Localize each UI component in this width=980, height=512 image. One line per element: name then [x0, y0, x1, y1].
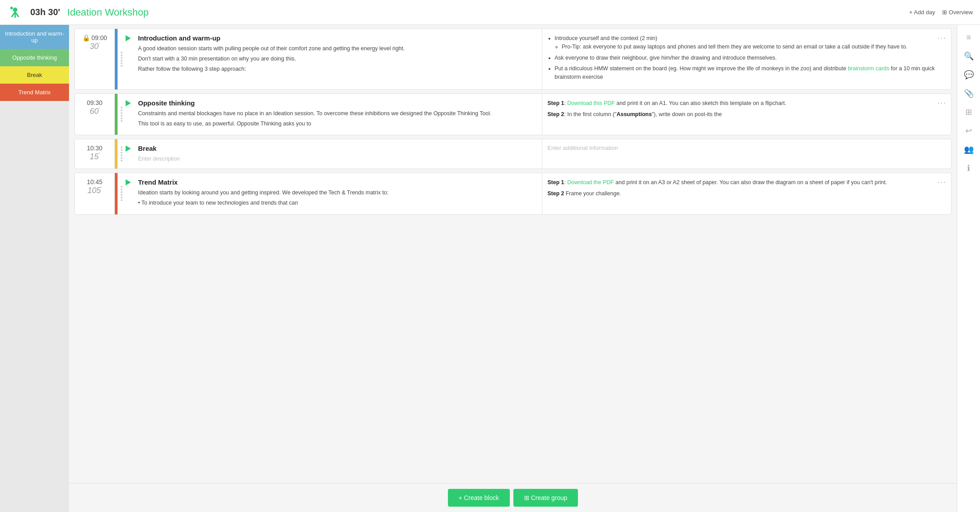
- create-block-button[interactable]: + Create block: [448, 489, 510, 507]
- svg-point-0: [13, 8, 17, 12]
- drag-handle-intro[interactable]: [118, 29, 126, 89]
- sidebar-item-break[interactable]: Break: [0, 66, 69, 84]
- session-block-trend: 10:45 105' Trend Matrix Ideation starts …: [74, 173, 952, 215]
- session-extra-break: Enter additional information: [542, 139, 952, 169]
- sidebar-item-intro[interactable]: Introduction and warm-up: [0, 25, 69, 49]
- session-extra-intro: Introduce yourself and the context (2 mi…: [542, 29, 952, 89]
- right-sidebar: ≡ 🔍 💬 📎 ⊞ ↩ 👥 ℹ: [957, 25, 980, 512]
- comment-icon[interactable]: 💬: [960, 66, 978, 84]
- session-block-break: 10:30 15' Break Enter description Enter …: [74, 139, 952, 169]
- session-time-trend: 10:45 105': [75, 173, 115, 214]
- play-button-intro[interactable]: [126, 29, 135, 89]
- play-button-trend[interactable]: [126, 173, 135, 214]
- session-title-opposite: Opposite thinking: [138, 99, 537, 107]
- create-group-button[interactable]: ⊞ Create group: [513, 489, 578, 507]
- bottom-toolbar: + Create block ⊞ Create group: [69, 483, 957, 512]
- play-button-break[interactable]: [126, 139, 135, 169]
- session-desc-trend: Ideation starts by looking around you an…: [138, 189, 537, 207]
- drag-handle-trend[interactable]: [118, 173, 126, 214]
- logo-icon: [7, 4, 23, 20]
- lock-icon: 🔒: [82, 34, 90, 41]
- svg-point-4: [10, 7, 13, 9]
- session-menu-trend[interactable]: ···: [937, 177, 947, 187]
- main-layout: Introduction and warm-up Opposite thinki…: [0, 25, 980, 512]
- timer-display: 03h 30': [30, 7, 60, 17]
- attachment-icon[interactable]: 📎: [960, 85, 978, 102]
- session-main-intro: Introduction and warm-up A good ideation…: [135, 29, 542, 89]
- session-menu-opposite[interactable]: ···: [937, 98, 947, 108]
- overview-button[interactable]: ⊞ Overview: [942, 9, 973, 16]
- topbar: 03h 30' Ideation Workshop + Add day ⊞ Ov…: [0, 0, 980, 25]
- session-main-trend: Trend Matrix Ideation starts by looking …: [135, 173, 542, 214]
- session-extra-trend: Step 1: Download the PDF and print it on…: [542, 173, 952, 214]
- session-desc-break: Enter description: [138, 155, 537, 163]
- session-title-break: Break: [138, 145, 537, 152]
- brainstorm-cards-link[interactable]: brainstorm cards: [848, 65, 889, 72]
- download-pdf-opposite-link[interactable]: Download this PDF: [567, 100, 615, 106]
- drag-handle-break[interactable]: [118, 139, 126, 169]
- search-icon[interactable]: 🔍: [960, 47, 978, 65]
- session-time-break: 10:30 15': [75, 139, 115, 169]
- session-time-intro: 🔒 09:00 30': [75, 29, 115, 89]
- session-title-intro: Introduction and warm-up: [138, 34, 537, 42]
- session-desc-opposite: Constraints and mental blockages have no…: [138, 109, 537, 128]
- add-day-button[interactable]: + Add day: [909, 9, 935, 16]
- session-desc-intro: A good ideation session starts with pull…: [138, 44, 537, 73]
- history-icon[interactable]: ↩: [960, 122, 978, 140]
- session-menu-intro[interactable]: ···: [937, 33, 947, 43]
- session-block-opposite: 09:30 60' Opposite thinking Constraints …: [74, 93, 952, 136]
- session-time-opposite: 09:30 60': [75, 94, 115, 135]
- session-main-opposite: Opposite thinking Constraints and mental…: [135, 94, 542, 135]
- left-sidebar: Introduction and warm-up Opposite thinki…: [0, 25, 69, 512]
- workshop-title: Ideation Workshop: [67, 7, 902, 18]
- session-extra-opposite: Step 1: Download this PDF and print it o…: [542, 94, 952, 135]
- play-button-opposite[interactable]: [126, 94, 135, 135]
- users-icon[interactable]: 👥: [960, 141, 978, 158]
- download-pdf-trend-link[interactable]: Download the PDF: [567, 179, 614, 185]
- list-icon[interactable]: ≡: [960, 28, 978, 46]
- drag-handle-opposite[interactable]: [118, 94, 126, 135]
- sidebar-item-opposite[interactable]: Opposite thinking: [0, 49, 69, 66]
- grid-icon[interactable]: ⊞: [960, 103, 978, 121]
- session-main-break: Break Enter description: [135, 139, 542, 169]
- sidebar-item-trend[interactable]: Trend Matrix: [0, 84, 69, 101]
- content-area: 🔒 09:00 30' Introduction and warm-up A g…: [69, 25, 957, 512]
- session-block-intro: 🔒 09:00 30' Introduction and warm-up A g…: [74, 28, 952, 90]
- info-icon[interactable]: ℹ: [960, 159, 978, 177]
- session-title-trend: Trend Matrix: [138, 178, 537, 186]
